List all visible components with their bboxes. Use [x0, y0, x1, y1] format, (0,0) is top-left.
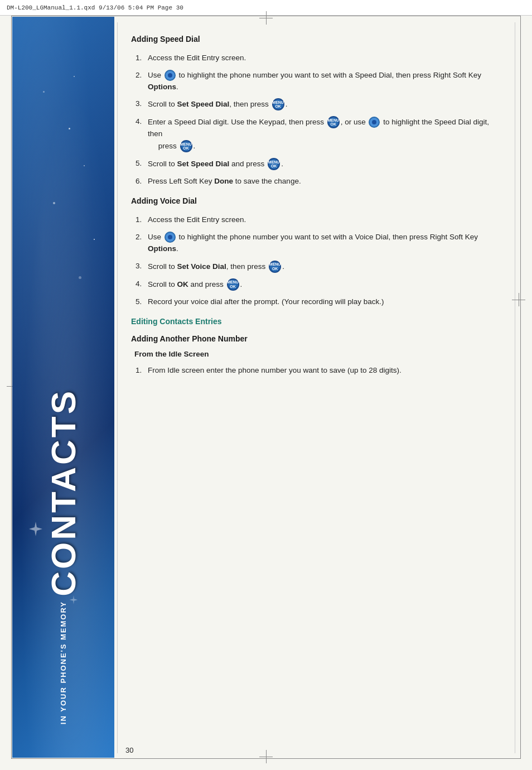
- from-idle-screen-heading: From the Idle Screen: [131, 349, 501, 360]
- list-num: 2.: [136, 70, 148, 81]
- list-text: Record your voice dial after the prompt.…: [148, 296, 501, 308]
- list-num: 3.: [136, 261, 148, 272]
- list-item: 2. Use to highlight the phone number you…: [131, 70, 501, 93]
- ok-icon: MENUOK: [226, 278, 240, 291]
- list-num: 1.: [136, 365, 148, 377]
- list-item: 5. Record your voice dial after the prom…: [131, 296, 501, 308]
- list-text: Access the Edit Entry screen.: [148, 214, 501, 226]
- list-num: 5.: [136, 296, 148, 308]
- list-item: 1. Access the Edit Entry screen.: [131, 214, 501, 226]
- list-item: 1. From Idle screen enter the phone numb…: [131, 365, 501, 377]
- header-text: DM-L200_LGManual_1.1.qxd 9/13/06 5:04 PM…: [7, 4, 183, 11]
- ok-icon: MENUOK: [326, 116, 341, 128]
- list-item: 4. Scroll to OK and press MENUOK .: [131, 278, 501, 291]
- list-text: Access the Edit Entry screen.: [148, 52, 501, 64]
- adding-speed-dial-heading: Adding Speed Dial: [131, 33, 501, 46]
- list-item: 5. Scroll to Set Speed Dial and press ME…: [131, 158, 501, 170]
- sidebar: CONTACTS IN YOUR PHONE'S MEMORY: [12, 17, 114, 758]
- nav-icon: [163, 232, 177, 243]
- sidebar-vertical-text: CONTACTS IN YOUR PHONE'S MEMORY: [12, 389, 114, 724]
- list-item: 4. Enter a Speed Dial digit. Use the Key…: [131, 116, 501, 152]
- ok-icon: MENUOK: [268, 261, 282, 273]
- list-num: 5.: [136, 158, 148, 170]
- sidebar-main-label: CONTACTS: [46, 389, 81, 596]
- crosshair-bottom: [259, 750, 273, 763]
- margin-line-right: [515, 22, 515, 753]
- list-text: Scroll to Set Speed Dial and press MENUO…: [148, 158, 501, 170]
- editing-contacts-section: Editing Contacts Entries Adding Another …: [131, 316, 501, 377]
- list-item: 6. Press Left Soft Key Done to save the …: [131, 176, 501, 187]
- adding-speed-dial-section: Adding Speed Dial 1. Access the Edit Ent…: [131, 33, 501, 187]
- list-num: 3.: [136, 98, 148, 110]
- list-num: 4.: [136, 278, 148, 290]
- editing-contacts-heading: Editing Contacts Entries: [131, 316, 501, 328]
- crosshair-right: [512, 293, 525, 306]
- list-text: Scroll to Set Speed Dial, then press MEN…: [148, 98, 501, 110]
- list-text: Scroll to OK and press MENUOK .: [148, 278, 501, 291]
- ok-icon: MENUOK: [179, 140, 194, 152]
- list-item: 3. Scroll to Set Voice Dial, then press …: [131, 261, 501, 273]
- page-number: 30: [125, 746, 133, 754]
- main-content: Adding Speed Dial 1. Access the Edit Ent…: [125, 22, 512, 748]
- list-item: 3. Scroll to Set Speed Dial, then press …: [131, 98, 501, 110]
- list-num: 1.: [136, 214, 148, 226]
- margin-line-left: [117, 22, 118, 753]
- ok-icon: MENUOK: [271, 98, 286, 110]
- list-text: Enter a Speed Dial digit. Use the Keypad…: [148, 116, 501, 152]
- list-text: Use to highlight the phone number you wa…: [148, 232, 501, 255]
- nav-icon: [163, 70, 177, 81]
- adding-voice-dial-section: Adding Voice Dial 1. Access the Edit Ent…: [131, 195, 501, 307]
- list-item: 2. Use to highlight the phone number you…: [131, 232, 501, 255]
- nav-icon: [367, 117, 381, 128]
- list-text: From Idle screen enter the phone number …: [148, 365, 501, 377]
- sidebar-sub-label: IN YOUR PHONE'S MEMORY: [59, 601, 67, 724]
- border-right: [520, 16, 521, 759]
- list-num: 6.: [136, 176, 148, 187]
- list-num: 1.: [136, 52, 148, 64]
- adding-voice-dial-heading: Adding Voice Dial: [131, 195, 501, 208]
- list-num: 2.: [136, 232, 148, 243]
- ok-icon: MENUOK: [267, 158, 281, 170]
- list-text: Press Left Soft Key Done to save the cha…: [148, 176, 501, 187]
- list-item: 1. Access the Edit Entry screen.: [131, 52, 501, 64]
- list-num: 4.: [136, 116, 148, 128]
- adding-another-phone-heading: Adding Another Phone Number: [131, 333, 501, 345]
- list-text: Use to highlight the phone number you wa…: [148, 70, 501, 93]
- list-text: Scroll to Set Voice Dial, then press MEN…: [148, 261, 501, 273]
